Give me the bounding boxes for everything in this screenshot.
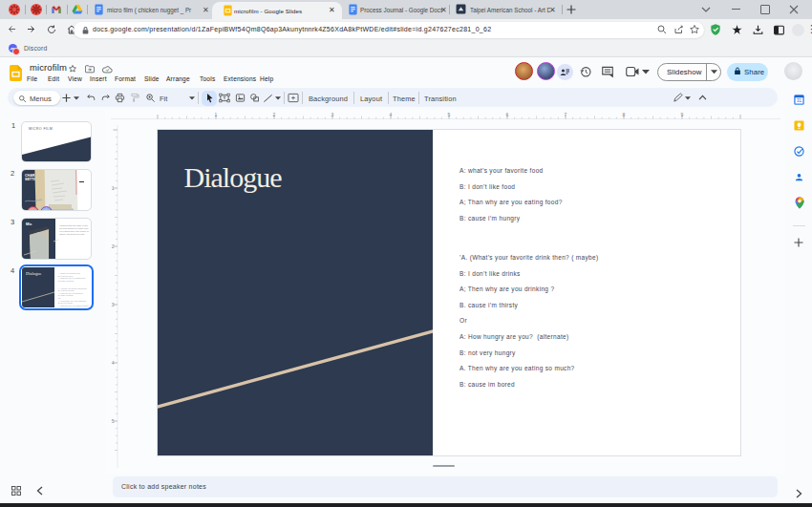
svg-text:1: 1 [112,185,115,191]
svg-text:6: 6 [506,112,509,117]
svg-text:5: 5 [448,112,451,117]
svg-text:2: 2 [273,112,276,117]
svg-text:4: 4 [112,360,115,366]
svg-text:7: 7 [565,112,567,117]
svg-text:3: 3 [112,302,115,307]
svg-text:9: 9 [681,112,684,117]
svg-text:8: 8 [623,112,626,117]
svg-text:3: 3 [331,112,334,117]
svg-text:31: 31 [797,98,802,103]
svg-text:2: 2 [112,243,115,249]
svg-text:1: 1 [215,112,218,117]
svg-text:5: 5 [112,418,115,424]
svg-text:4: 4 [390,112,393,117]
